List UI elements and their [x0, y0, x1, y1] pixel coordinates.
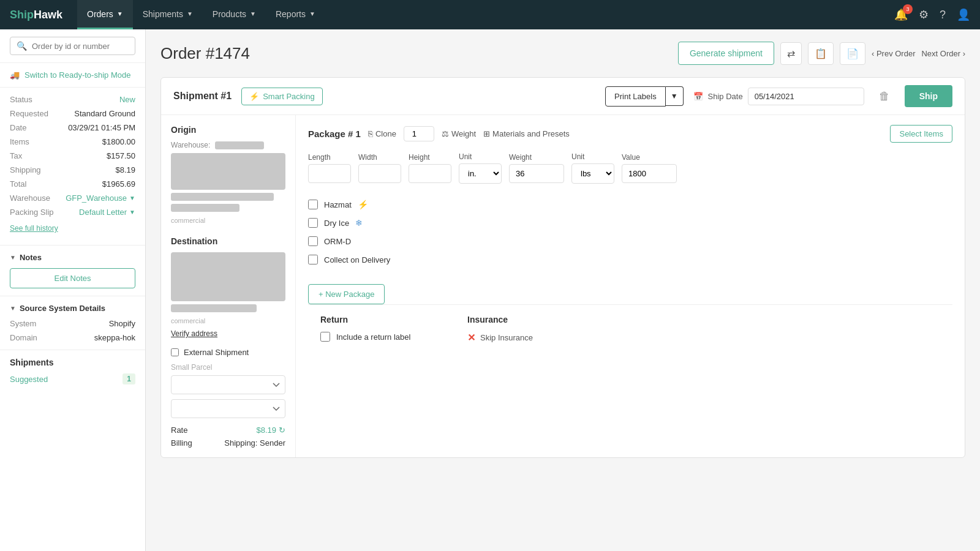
hazmat-row: Hazmat ⚡	[308, 200, 952, 209]
package-count-input[interactable]	[404, 126, 434, 141]
notes-header[interactable]: ▼ Notes	[10, 253, 135, 262]
shipment-card: Shipment #1 ⚡ Smart Packing Print Labels…	[160, 77, 965, 458]
source-system-section: ▼ Source System Details System Shopify D…	[0, 296, 145, 350]
generate-shipment-button[interactable]: Generate shipment	[678, 42, 774, 65]
length-group: Length	[308, 153, 351, 183]
rate-row: Rate $8.19 ↻	[171, 425, 285, 435]
status-value[interactable]: New	[119, 95, 135, 104]
print-labels-group: Print Labels ▼	[605, 86, 684, 107]
length-input[interactable]	[308, 164, 351, 183]
collect-on-delivery-row: Collect on Delivery	[308, 255, 952, 264]
include-return-checkbox[interactable]	[320, 332, 330, 342]
orm-d-label: ORM-D	[324, 237, 351, 246]
scale-icon: ⚖	[442, 129, 449, 138]
height-input[interactable]	[409, 164, 451, 183]
notes-icon-button[interactable]: 📄	[840, 42, 865, 65]
weight-unit-select[interactable]: lbs	[571, 163, 614, 184]
shipments-section: Shipments Suggested 1	[0, 350, 145, 392]
width-label: Width	[358, 153, 401, 162]
tax-row: Tax $157.50	[10, 151, 135, 160]
see-full-history-link[interactable]: See full history	[10, 222, 135, 238]
weight-button[interactable]: ⚖ Weight	[442, 129, 476, 138]
skip-insurance-label: Skip Insurance	[480, 333, 533, 342]
width-group: Width	[358, 153, 401, 183]
notes-title: Notes	[20, 253, 42, 262]
edit-notes-button[interactable]: Edit Notes	[10, 268, 135, 288]
ready-ship-mode-button[interactable]: 🚚 Switch to Ready-to-ship Mode	[0, 63, 145, 88]
delete-shipment-button[interactable]: 🗑	[874, 88, 895, 105]
user-clipboard-icon-button[interactable]: 📋	[808, 42, 834, 65]
nav-orders[interactable]: Orders ▼	[77, 0, 133, 29]
warehouse-value[interactable]: GFP_Warehouse ▼	[66, 193, 135, 203]
value-input[interactable]	[622, 164, 677, 183]
carrier-select[interactable]	[171, 375, 285, 394]
select-items-button[interactable]: Select Items	[890, 125, 952, 143]
orm-d-checkbox[interactable]	[308, 236, 318, 246]
prev-order-button[interactable]: ‹ Prev Order	[872, 49, 916, 58]
refresh-icon[interactable]: ↻	[279, 425, 285, 435]
shipment-header: Shipment #1 ⚡ Smart Packing Print Labels…	[161, 78, 965, 115]
domain-row: Domain skeppa-hok	[10, 333, 135, 342]
system-row: System Shopify	[10, 319, 135, 328]
weight-label: Weight	[451, 129, 476, 138]
hazmat-icon: ⚡	[358, 200, 368, 209]
collect-on-delivery-checkbox[interactable]	[308, 255, 318, 264]
print-labels-button[interactable]: Print Labels	[605, 86, 666, 107]
include-return-label: Include a return label	[336, 332, 410, 342]
shipping-value: $8.19	[115, 165, 135, 174]
shipments-section-title: Shipments	[10, 358, 135, 367]
origin-title: Origin	[171, 125, 285, 135]
weight-input[interactable]	[509, 164, 564, 183]
packing-slip-label: Packing Slip	[10, 208, 54, 217]
billing-label: Billing	[171, 438, 192, 448]
new-package-button[interactable]: + New Package	[308, 284, 385, 304]
date-row: Date 03/29/21 01:45 PM	[10, 123, 135, 132]
nav-shipments[interactable]: Shipments ▼	[133, 0, 203, 29]
nav-orders-chevron-icon: ▼	[117, 10, 123, 17]
materials-presets-button[interactable]: ⊞ Materials and Presets	[483, 129, 570, 138]
dry-ice-checkbox[interactable]	[308, 218, 318, 228]
shipping-label: Shipping	[10, 165, 41, 174]
source-system-header[interactable]: ▼ Source System Details	[10, 304, 135, 313]
length-label: Length	[308, 153, 351, 162]
ship-button[interactable]: Ship	[905, 85, 952, 107]
tax-label: Tax	[10, 151, 22, 160]
width-input[interactable]	[358, 164, 401, 183]
suggested-label: Suggested	[10, 375, 48, 384]
external-shipment-label: External Shipment	[184, 348, 249, 357]
unit-select[interactable]: in.	[459, 163, 502, 184]
domain-label: Domain	[10, 333, 37, 342]
skip-insurance-icon[interactable]: ✕	[467, 332, 475, 343]
settings-icon[interactable]: ⚙	[919, 8, 929, 21]
clone-button[interactable]: ⎘ Clone	[368, 129, 396, 138]
unit-label: Unit	[459, 152, 502, 161]
sidebar: 🔍 🚚 Switch to Ready-to-ship Mode Status …	[0, 29, 146, 551]
next-order-button[interactable]: Next Order ›	[921, 49, 965, 58]
sidebar-search-area: 🔍	[0, 29, 145, 63]
nav-products[interactable]: Products ▼	[203, 0, 266, 29]
print-labels-dropdown-button[interactable]: ▼	[666, 86, 684, 106]
external-shipment-checkbox[interactable]	[171, 348, 179, 356]
packing-slip-value[interactable]: Default Letter ▼	[79, 208, 135, 217]
package-title: Package # 1	[308, 129, 361, 139]
smart-packing-button[interactable]: ⚡ Smart Packing	[241, 88, 323, 105]
user-icon[interactable]: 👤	[957, 8, 970, 21]
help-icon[interactable]: ?	[940, 9, 946, 21]
transfer-icon-button[interactable]: ⇄	[780, 42, 802, 65]
verify-address-link[interactable]: Verify address	[171, 329, 217, 338]
chevron-down-icon: ▼	[129, 195, 135, 201]
billing-row: Billing Shipping: Sender	[171, 438, 285, 448]
requested-label: Requested	[10, 109, 48, 118]
nav-orders-label: Orders	[87, 9, 113, 19]
search-input[interactable]	[32, 42, 129, 51]
nav-reports[interactable]: Reports ▼	[266, 0, 325, 29]
system-value: Shopify	[109, 319, 135, 328]
hazmat-checkbox[interactable]	[308, 200, 318, 209]
dry-ice-icon: ❄	[355, 218, 363, 228]
ship-date-input[interactable]	[748, 88, 864, 105]
rate-label: Rate	[171, 425, 187, 435]
items-label: Items	[10, 137, 29, 146]
source-system-title: Source System Details	[20, 304, 105, 313]
service-select[interactable]	[171, 399, 285, 418]
notifications-icon[interactable]: 🔔 3	[894, 8, 908, 21]
